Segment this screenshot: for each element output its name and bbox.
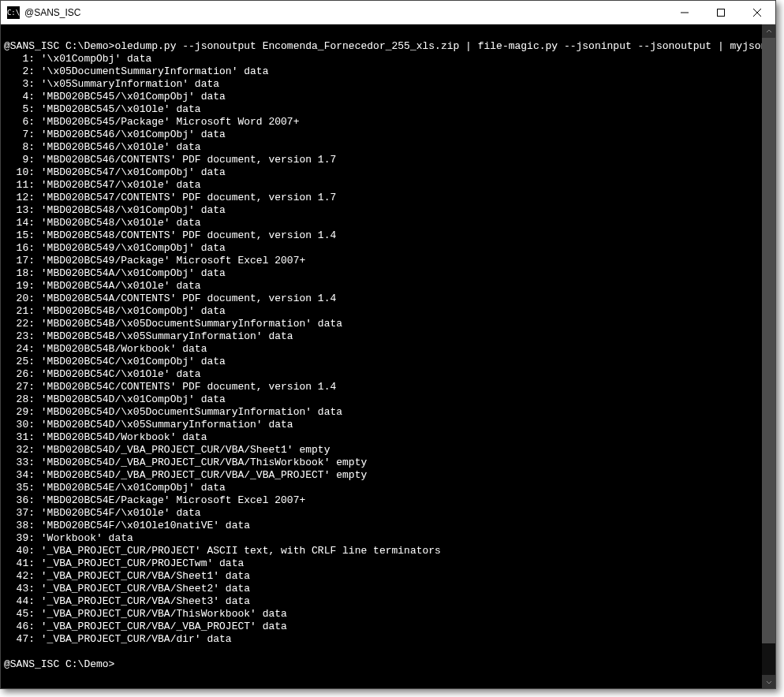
scroll-thumb[interactable] [762, 38, 775, 643]
titlebar[interactable]: C:\ @SANS_ISC [1, 1, 775, 24]
close-icon [753, 9, 761, 17]
maximize-button[interactable] [703, 1, 739, 24]
console-window: C:\ @SANS_ISC @SANS_ISC C:\Demo>oledump.… [0, 0, 776, 689]
chevron-up-icon [766, 28, 772, 35]
minimize-icon [681, 9, 689, 17]
window-controls [666, 1, 775, 24]
chevron-down-icon [766, 679, 772, 685]
cmd-icon: C:\ [7, 6, 20, 19]
terminal-output[interactable]: @SANS_ISC C:\Demo>oledump.py --jsonoutpu… [1, 24, 762, 688]
close-button[interactable] [739, 1, 775, 24]
scroll-up-button[interactable] [762, 24, 775, 38]
terminal-area: @SANS_ISC C:\Demo>oledump.py --jsonoutpu… [1, 24, 775, 688]
window-title: @SANS_ISC [24, 7, 666, 18]
scroll-down-button[interactable] [762, 675, 775, 688]
maximize-icon [717, 9, 725, 17]
scrollbar[interactable] [762, 24, 775, 688]
minimize-button[interactable] [666, 1, 703, 24]
svg-rect-0 [718, 9, 725, 16]
scroll-track[interactable] [762, 38, 775, 675]
